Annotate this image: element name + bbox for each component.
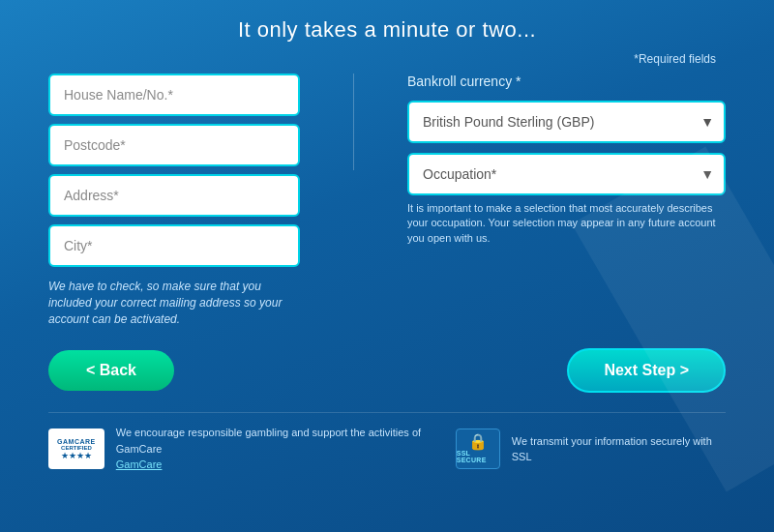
- currency-select-wrapper: British Pound Sterling (GBP) Euro (EUR) …: [407, 101, 726, 143]
- address-fields: We have to check, so make sure that you …: [48, 74, 300, 327]
- page-container: It only takes a minute or two... *Requir…: [0, 0, 774, 532]
- main-content: We have to check, so make sure that you …: [48, 74, 726, 327]
- gamcare-link[interactable]: GamCare: [116, 458, 163, 470]
- postcode-input[interactable]: [48, 124, 300, 166]
- currency-label: Bankroll currency *: [407, 74, 726, 89]
- next-step-button[interactable]: Next Step >: [567, 348, 726, 393]
- gamcare-stars: ★★★★: [61, 451, 92, 460]
- footer: GAMCARE CERTIFIED ★★★★ We encourage resp…: [48, 412, 726, 473]
- back-button[interactable]: < Back: [48, 350, 174, 391]
- address-input[interactable]: [48, 174, 300, 217]
- gamcare-badge: GAMCARE CERTIFIED ★★★★: [48, 429, 104, 469]
- city-input[interactable]: [48, 224, 300, 267]
- ssl-badge: 🔒 SSL SECURE: [456, 429, 500, 469]
- footer-right: 🔒 SSL SECURE We transmit your informatio…: [456, 429, 726, 469]
- footer-left: GAMCARE CERTIFIED ★★★★ We encourage resp…: [48, 425, 456, 473]
- gamcare-text-top: GAMCARE: [57, 438, 96, 445]
- required-fields-note: *Required fields: [48, 52, 726, 66]
- buttons-row: < Back Next Step >: [48, 348, 726, 393]
- currency-select[interactable]: British Pound Sterling (GBP) Euro (EUR) …: [407, 101, 726, 143]
- divider: [353, 74, 354, 170]
- ssl-lock-icon: 🔒: [468, 434, 488, 450]
- header: It only takes a minute or two...: [48, 0, 726, 52]
- ssl-label: SSL SECURE: [457, 450, 499, 463]
- gamcare-description: We encourage responsible gambling and su…: [116, 425, 456, 473]
- occupation-select-wrapper: Occupation* Employed Self-Employed Stude…: [407, 153, 726, 195]
- occupation-select[interactable]: Occupation* Employed Self-Employed Stude…: [407, 153, 726, 195]
- address-note: We have to check, so make sure that you …: [48, 279, 300, 327]
- right-column: Bankroll currency * British Pound Sterli…: [407, 74, 726, 246]
- page-title: It only takes a minute or two...: [48, 17, 726, 43]
- ssl-description: We transmit your information securely wi…: [512, 433, 726, 465]
- house-name-input[interactable]: [48, 74, 300, 116]
- occupation-note: It is important to make a selection that…: [407, 201, 726, 246]
